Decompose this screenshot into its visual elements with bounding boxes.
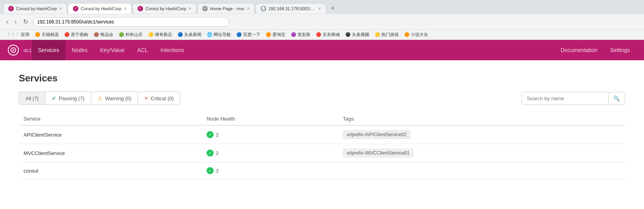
filter-critical[interactable]: ✕ Critical (0) (138, 92, 180, 104)
tab-text-2: Consul by HashiCorp (81, 6, 122, 11)
tab-close-1[interactable]: × (59, 6, 62, 11)
bookmark-suning[interactable]: 🔴 苏宁易购 (62, 31, 90, 38)
tab-close-2[interactable]: × (124, 6, 127, 11)
filter-warning-label: Warning (0) (105, 95, 131, 101)
health-check-icon-2: ✓ (207, 150, 214, 157)
health-badge-2: ✓ 2 (207, 150, 218, 157)
health-badge-1: ✓ 2 (207, 131, 218, 138)
bookmark-pu[interactable]: 🟢 朴朴山庄 (117, 31, 145, 38)
tab-text-5: 192.168.31.178:5001/a... (268, 6, 316, 11)
svg-point-1 (13, 49, 14, 51)
bookmarks-bar: ⋮⋮⋮ 应用 🟠 天猫精选 🔴 苏宁易购 🟤 唯品会 🟢 朴朴山庄 🟡 傅奇新品… (0, 29, 644, 40)
health-check-icon-1: ✓ (207, 131, 214, 138)
warning-icon: ⚠ (98, 95, 103, 101)
nav-documentation[interactable]: Documentation (554, 47, 604, 53)
bookmark-nav[interactable]: 🌐 网址导航 (205, 31, 233, 38)
bookmark-fu[interactable]: 🟡 傅奇新品 (146, 31, 174, 38)
page-title: Services (19, 73, 625, 84)
refresh-button[interactable]: ↻ (22, 16, 30, 27)
bookmark-novel[interactable]: 🟠 小说大全 (402, 31, 430, 38)
table-row[interactable]: APIClientService ✓ 2 urlprefix-/APIClien… (19, 125, 625, 144)
bookmark-vip[interactable]: 🟤 唯品会 (92, 31, 115, 38)
filter-critical-label: Critical (0) (151, 95, 174, 101)
service-tags-2: urlprefix-/MVCClientService01 (338, 144, 625, 162)
browser-chrome: C Consul by HashiCorp × C Consul by Hash… (0, 0, 644, 40)
app-nav: dc1 Services Nodes Key/Value ACL Intenti… (0, 40, 644, 60)
nav-services[interactable]: Services (32, 40, 65, 60)
health-num-1: 2 (216, 132, 218, 138)
tag-badge-1: urlprefix-/APIClientService02 (343, 130, 410, 139)
filter-bar: All (7) ✔ Passing (7) ⚠ Warning (0) ✕ Cr… (19, 92, 625, 105)
tab-icon-2: C (73, 6, 78, 11)
col-node-health: Node Health (202, 113, 338, 125)
filter-tabs: All (7) ✔ Passing (7) ⚠ Warning (0) ✕ Cr… (19, 92, 180, 105)
bookmark-baidu[interactable]: 🔵 百度一下 (234, 31, 262, 38)
bookmark-apps[interactable]: ⋮⋮⋮ 应用 (5, 31, 31, 38)
service-name-1: APIClientService (19, 125, 202, 144)
service-health-1: ✓ 2 (202, 125, 338, 144)
passing-check-icon: ✔ (52, 95, 56, 101)
main-content: Services All (7) ✔ Passing (7) ⚠ Warning… (0, 60, 644, 192)
table-header: Service Node Health Tags (19, 113, 625, 125)
filter-all-label: All (7) (25, 95, 39, 101)
new-tab-button[interactable]: + (327, 2, 338, 14)
search-button[interactable]: 🔍 (608, 92, 625, 104)
bookmark-games[interactable]: 🟡 热门游戏 (373, 31, 401, 38)
app-logo (8, 45, 19, 56)
tab-close-3[interactable]: × (189, 6, 191, 11)
forward-button[interactable]: › (13, 17, 18, 27)
tab-icon-5: 📄 (261, 6, 266, 11)
service-health-3: ✓ 3 (202, 162, 338, 179)
bookmark-tianmao[interactable]: 🟠 天猫精选 (33, 31, 61, 38)
service-name-2: MVCClientService (19, 144, 202, 162)
service-tags-1: urlprefix-/APIClientService02 (338, 125, 625, 144)
table-row[interactable]: MVCClientService ✓ 2 urlprefix-/MVCClien… (19, 144, 625, 162)
filter-passing[interactable]: ✔ Passing (7) (45, 92, 91, 104)
tab-close-5[interactable]: × (318, 6, 321, 11)
service-tags-3 (338, 162, 625, 179)
search-input[interactable] (522, 92, 608, 104)
table-body: APIClientService ✓ 2 urlprefix-/APIClien… (19, 125, 625, 179)
consul-logo-icon (8, 45, 19, 56)
bookmark-toutiao[interactable]: 🔵 头条新闻 (176, 31, 203, 38)
col-service: Service (19, 113, 202, 125)
tab-text-1: Consul by HashiCorp (16, 6, 57, 11)
service-name-3: consul (19, 162, 202, 179)
browser-tab-4[interactable]: H Home Page - mvc × (197, 3, 255, 14)
filter-passing-label: Passing (7) (59, 95, 85, 101)
nav-keyvalue[interactable]: Key/Value (94, 40, 131, 60)
address-input[interactable] (33, 17, 229, 27)
bookmark-toutiaovideo[interactable]: ⚫ 头条视频 (343, 31, 371, 38)
health-badge-3: ✓ 3 (207, 167, 218, 174)
nav-settings[interactable]: Settings (604, 47, 636, 53)
bookmark-jiesuan[interactable]: 🟣 觉划算 (289, 31, 312, 38)
tab-icon-4: H (202, 6, 208, 11)
filter-all[interactable]: All (7) (19, 92, 45, 104)
browser-tab-2[interactable]: C Consul by HashiCorp × (68, 3, 132, 14)
tab-text-4: Home Page - mvc (210, 6, 245, 11)
search-icon: 🔍 (613, 95, 620, 101)
col-tags: Tags (338, 113, 625, 125)
tab-icon-3: C (138, 6, 143, 11)
nav-nodes[interactable]: Nodes (65, 40, 94, 60)
nav-acl[interactable]: ACL (131, 40, 154, 60)
nav-intentions[interactable]: Intentions (154, 40, 190, 60)
bookmark-jd[interactable]: 🔴 京东商城 (314, 31, 342, 38)
back-button[interactable]: ‹ (5, 17, 10, 27)
dc-label: dc1 (24, 47, 32, 53)
filter-warning[interactable]: ⚠ Warning (0) (91, 92, 138, 104)
health-num-2: 2 (216, 150, 218, 156)
search-box: 🔍 (522, 92, 625, 105)
browser-tab-5[interactable]: 📄 192.168.31.178:5001/a... × (256, 3, 326, 14)
address-bar: ‹ › ↻ (0, 14, 644, 29)
table-row[interactable]: consul ✓ 3 (19, 162, 625, 179)
health-num-3: 3 (216, 168, 218, 174)
browser-tab-1[interactable]: C Consul by HashiCorp × (3, 3, 67, 14)
browser-tab-3[interactable]: C Consul by HashiCorp × (132, 3, 196, 14)
bookmark-taobao[interactable]: 🟠 爱淘宝 (264, 31, 287, 38)
nav-right: Documentation Settings (554, 47, 636, 53)
health-check-icon-3: ✓ (207, 167, 214, 174)
tag-badge-2: urlprefix-/MVCClientService01 (343, 149, 413, 157)
tab-close-4[interactable]: × (247, 6, 250, 11)
tab-bar: C Consul by HashiCorp × C Consul by Hash… (0, 0, 644, 14)
